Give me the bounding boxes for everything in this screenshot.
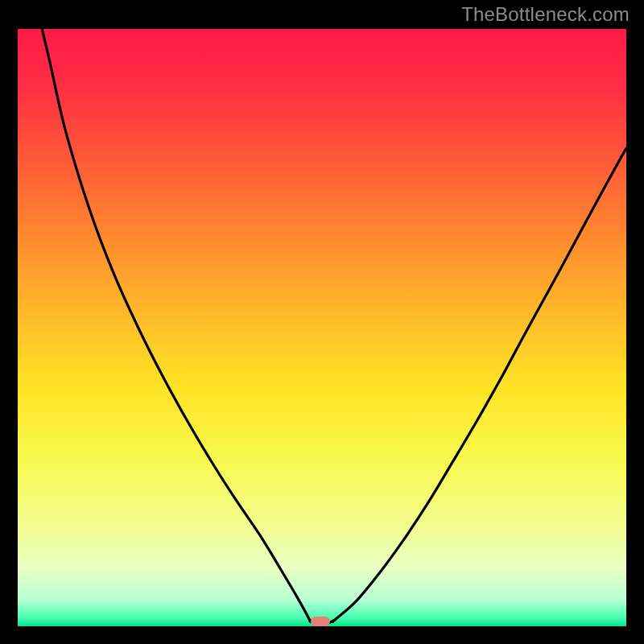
watermark-text: TheBottleneck.com [461,3,630,26]
chart-frame: TheBottleneck.com [0,0,644,644]
bottleneck-curve [18,29,626,626]
minimum-marker [311,617,330,626]
plot-area [18,29,626,626]
